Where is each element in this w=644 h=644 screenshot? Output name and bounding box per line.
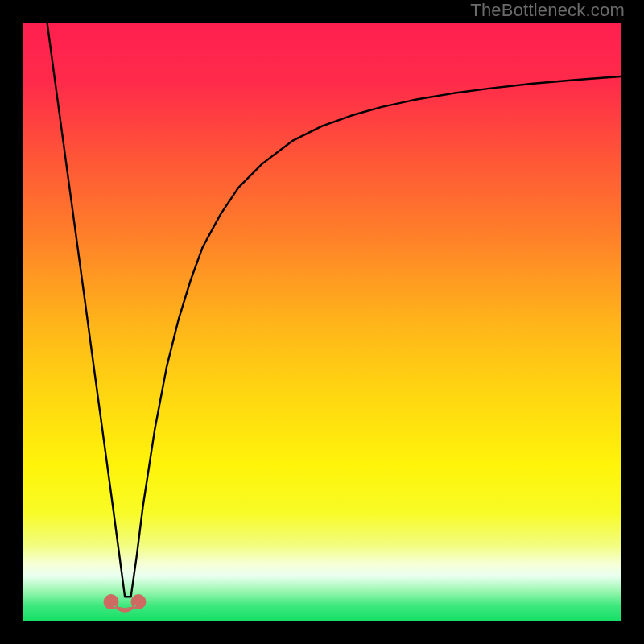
plot-area bbox=[23, 23, 621, 621]
curve-line bbox=[23, 23, 621, 621]
minimum-marker bbox=[101, 592, 148, 614]
watermark-text: TheBottleneck.com bbox=[470, 0, 625, 21]
chart-frame bbox=[12, 12, 632, 632]
